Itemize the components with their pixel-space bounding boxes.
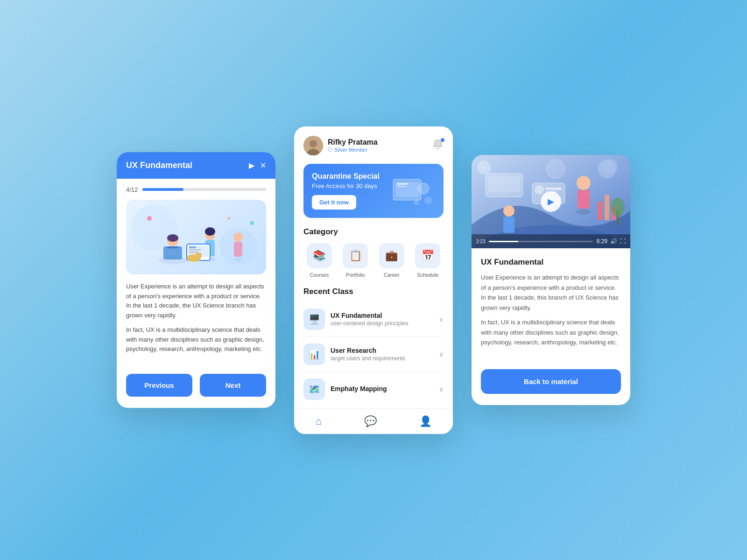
svg-point-11 [233, 232, 243, 242]
svg-rect-31 [397, 186, 406, 187]
screen1: UX Fundamental ▶ ✕ 4/12 [117, 152, 275, 408]
video-player: ▶ ← 2:23 8:29 🔊 ⛶ [472, 155, 630, 248]
notification-dot [441, 138, 444, 142]
user-details: Rifky Pratama ⬡ Silver Member [328, 138, 378, 153]
volume-icon[interactable]: 🔊 [610, 238, 617, 245]
svg-point-40 [577, 176, 591, 190]
category-portfolio[interactable]: 📋 Portfolio [340, 243, 372, 278]
svg-rect-16 [189, 246, 196, 248]
profile-nav-icon[interactable]: 👤 [419, 415, 432, 427]
video-time-start: 2:23 [476, 239, 485, 244]
svg-point-21 [198, 253, 202, 256]
screen2-header: Rifky Pratama ⬡ Silver Member [303, 136, 444, 155]
badge-icon: ⬡ [328, 147, 332, 153]
banner-button[interactable]: Get it now [312, 195, 356, 210]
svg-point-32 [418, 183, 429, 194]
svg-point-23 [250, 221, 254, 225]
svg-point-33 [424, 196, 432, 204]
category-courses[interactable]: 📚 Courses [303, 243, 335, 278]
screen2: Rifky Pratama ⬡ Silver Member [294, 126, 453, 434]
banner-title: Quarantine Special [312, 172, 380, 181]
user-info: Rifky Pratama ⬡ Silver Member [303, 136, 378, 155]
svg-point-26 [310, 140, 317, 147]
next-button[interactable]: Next [200, 374, 266, 397]
recent-class-section-title: Recent Class [303, 287, 444, 296]
screen1-progress-row: 4/12 [126, 186, 266, 193]
svg-rect-17 [189, 249, 201, 251]
progress-bar-fill [142, 188, 183, 191]
notification-icon[interactable] [432, 139, 444, 152]
ux-fundamental-info: UX Fundamental user-centered design prin… [331, 312, 409, 327]
video-progress-bg[interactable] [489, 241, 592, 242]
class-item-left-3: 🗺️ Emphaty Mapping [303, 378, 387, 400]
chevron-down-icon-2: ∨ [439, 350, 444, 358]
screen2-bottom-nav: ⌂ 💬 👤 [294, 408, 453, 434]
svg-point-39 [546, 160, 565, 178]
previous-button[interactable]: Previous [126, 374, 192, 397]
schedule-label: Schedule [417, 272, 438, 278]
class-item-user-research[interactable]: 📊 User Research target users and require… [303, 337, 444, 372]
schedule-icon-box: 📅 [415, 243, 440, 268]
fullscreen-icon[interactable]: ⛶ [620, 238, 626, 245]
screen1-header: UX Fundamental ▶ ✕ [117, 152, 275, 179]
svg-rect-18 [189, 252, 198, 253]
category-grid: 📚 Courses 📋 Portfolio 💼 Career 📅 Schedul… [303, 243, 444, 278]
avatar [303, 136, 323, 155]
svg-point-22 [147, 216, 152, 221]
svg-rect-43 [598, 202, 602, 220]
user-research-info: User Research target users and requireme… [331, 347, 405, 362]
emphaty-mapping-thumb: 🗺️ [303, 378, 325, 400]
screen3-course-title: UX Fundamental [481, 258, 621, 267]
home-nav-icon[interactable]: ⌂ [315, 415, 321, 427]
chat-nav-icon[interactable]: 💬 [364, 415, 377, 427]
class-item-left: 🖥️ UX Fundamental user-centered design p… [303, 308, 409, 330]
video-progress-fill [489, 241, 518, 242]
category-schedule[interactable]: 📅 Schedule [412, 243, 444, 278]
class-item-left-2: 📊 User Research target users and require… [303, 343, 405, 365]
svg-point-42 [576, 209, 591, 215]
play-icon[interactable]: ▶ [249, 161, 254, 170]
svg-point-53 [603, 159, 618, 174]
body-text-2: In fact, UX is a multidisciplinary scien… [126, 325, 266, 354]
video-time-end: 8:29 [597, 238, 607, 245]
screen1-header-icons: ▶ ✕ [249, 161, 266, 170]
screen2-inner: Rifky Pratama ⬡ Silver Member [294, 126, 453, 406]
svg-point-13 [233, 258, 243, 261]
emphaty-mapping-info: Emphaty Mapping [331, 385, 387, 393]
user-research-name: User Research [331, 347, 405, 354]
category-section-title: Category [303, 227, 444, 237]
svg-rect-41 [578, 190, 590, 209]
class-item-emphaty-mapping[interactable]: 🗺️ Emphaty Mapping ∨ [303, 372, 444, 406]
video-progress-bar: 2:23 8:29 🔊 ⛶ [472, 234, 630, 248]
svg-point-10 [205, 227, 215, 236]
user-research-sub: target users and requirements [331, 355, 405, 362]
close-icon[interactable]: ✕ [260, 161, 266, 170]
chevron-down-icon-1: ∨ [439, 315, 444, 323]
svg-point-46 [503, 205, 514, 217]
screen1-illustration [126, 200, 266, 274]
banner-text: Quarantine Special Free Access for 30 da… [312, 172, 380, 210]
banner: Quarantine Special Free Access for 30 da… [303, 164, 444, 218]
emphaty-mapping-name: Emphaty Mapping [331, 385, 387, 392]
screen3-body: UX Fundamental User Experience is an att… [472, 248, 630, 361]
ux-fundamental-name: UX Fundamental [331, 312, 409, 319]
video-controls: 8:29 🔊 ⛶ [597, 238, 626, 245]
career-icon-box: 💼 [379, 243, 404, 268]
user-name: Rifky Pratama [328, 138, 378, 147]
ux-fundamental-thumb: 🖥️ [303, 308, 325, 330]
progress-bar-bg [142, 188, 266, 191]
screen3-footer: Back to material [472, 362, 630, 405]
screen1-footer: Previous Next [117, 366, 275, 408]
svg-point-49 [535, 185, 544, 195]
svg-rect-30 [397, 183, 409, 185]
svg-point-6 [167, 234, 178, 242]
svg-rect-47 [503, 217, 514, 233]
category-career[interactable]: 💼 Career [376, 243, 408, 278]
class-item-ux-fundamental[interactable]: 🖥️ UX Fundamental user-centered design p… [303, 302, 444, 337]
banner-subtitle: Free Access for 30 days [312, 182, 380, 189]
courses-icon-box: 📚 [307, 243, 332, 268]
courses-label: Courses [310, 272, 329, 278]
svg-point-55 [611, 198, 625, 217]
svg-point-34 [414, 200, 419, 205]
back-to-material-button[interactable]: Back to material [481, 369, 621, 394]
